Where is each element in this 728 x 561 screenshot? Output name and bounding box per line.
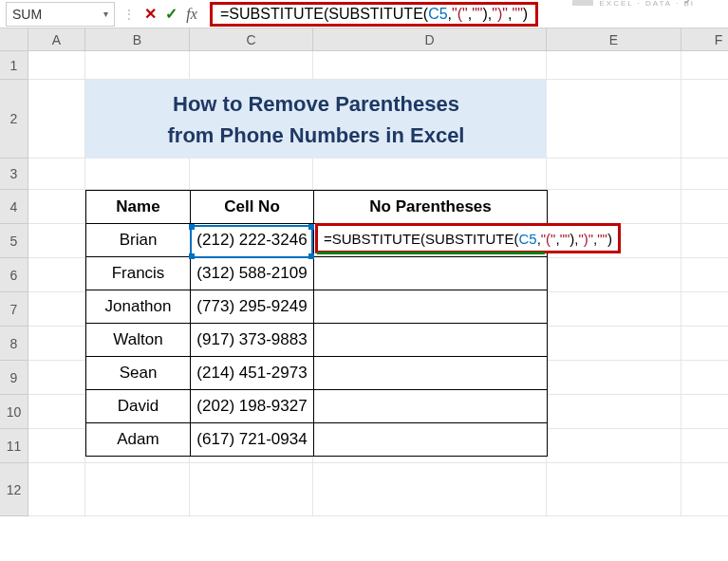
table-cell[interactable]: (917) 373-9883 — [191, 324, 314, 357]
cell[interactable] — [28, 190, 85, 224]
cell[interactable] — [681, 224, 728, 258]
cell[interactable] — [313, 80, 547, 159]
cell[interactable] — [313, 159, 547, 190]
table-cell[interactable]: Sean — [86, 357, 191, 390]
row-header[interactable]: 10 — [0, 395, 28, 429]
cell[interactable] — [681, 190, 728, 224]
cell[interactable] — [190, 463, 313, 516]
table-cell[interactable]: Francis — [86, 257, 191, 290]
cell[interactable] — [547, 258, 681, 292]
cell[interactable] — [28, 51, 85, 80]
row-header[interactable]: 12 — [0, 463, 28, 516]
cell[interactable] — [547, 429, 681, 463]
cell[interactable] — [681, 361, 728, 395]
cell[interactable] — [681, 292, 728, 327]
cell[interactable] — [28, 80, 85, 159]
row-header[interactable]: 11 — [0, 429, 28, 463]
table-cell[interactable] — [314, 290, 548, 324]
select-all-corner[interactable] — [0, 28, 28, 51]
cell[interactable] — [681, 80, 728, 159]
row-header[interactable]: 3 — [0, 159, 28, 190]
cell[interactable] — [85, 463, 190, 516]
cell[interactable] — [313, 463, 547, 516]
cell[interactable] — [28, 224, 85, 258]
table-cell[interactable]: (773) 295-9249 — [191, 290, 314, 324]
cell[interactable] — [547, 190, 681, 224]
watermark: exceldemy EXCEL · DATA · BI — [572, 0, 695, 8]
table-cell[interactable]: (202) 198-9327 — [191, 390, 314, 423]
cell[interactable] — [28, 292, 85, 327]
table-cell[interactable]: David — [86, 390, 191, 423]
cell[interactable] — [85, 159, 190, 190]
table-cell[interactable] — [314, 257, 548, 290]
column-header[interactable]: D — [313, 28, 547, 51]
cell[interactable] — [28, 361, 85, 395]
row-header[interactable]: 4 — [0, 190, 28, 224]
column-header[interactable]: B — [85, 28, 190, 51]
table-cell[interactable]: Walton — [86, 324, 191, 357]
column-header[interactable]: A — [28, 28, 85, 51]
row-header[interactable]: 7 — [0, 292, 28, 327]
row-header[interactable]: 5 — [0, 224, 28, 258]
cell[interactable] — [28, 463, 85, 516]
cell[interactable] — [28, 159, 85, 190]
table-header[interactable]: No Parentheses — [314, 191, 548, 224]
cancel-icon[interactable]: ✕ — [140, 5, 160, 23]
logo-icon — [572, 0, 593, 6]
table-cell[interactable]: (214) 451-2973 — [191, 357, 314, 390]
fx-icon[interactable]: fx — [181, 6, 202, 23]
table-cell[interactable] — [314, 357, 548, 390]
cell[interactable] — [85, 51, 190, 80]
cell[interactable] — [547, 361, 681, 395]
table-cell[interactable]: Brian — [86, 224, 191, 257]
cell[interactable] — [313, 51, 547, 80]
chevron-down-icon[interactable]: ▾ — [103, 9, 108, 19]
cell[interactable] — [547, 159, 681, 190]
formula-input[interactable]: =SUBSTITUTE(SUBSTITUTE(C5,"(",""),")",""… — [210, 2, 538, 27]
table-cell[interactable]: (212) 222-3246 — [191, 224, 314, 257]
cell[interactable] — [547, 51, 681, 80]
table-header[interactable]: Cell No — [191, 191, 314, 224]
row-header[interactable]: 9 — [0, 361, 28, 395]
cell[interactable] — [547, 327, 681, 361]
cell[interactable] — [681, 51, 728, 80]
cell[interactable] — [681, 327, 728, 361]
active-cell-formula[interactable]: =SUBSTITUTE(SUBSTITUTE(C5,"(",""),")",""… — [315, 223, 621, 253]
cell[interactable] — [28, 395, 85, 429]
cell[interactable] — [681, 429, 728, 463]
formula-token: ) — [607, 231, 612, 247]
edit-underline — [317, 252, 545, 254]
table-cell[interactable]: Adam — [86, 423, 191, 457]
column-header[interactable]: E — [547, 28, 681, 51]
table-cell[interactable] — [314, 324, 548, 357]
cell[interactable] — [681, 258, 728, 292]
cell[interactable] — [28, 327, 85, 361]
row-header[interactable]: 8 — [0, 327, 28, 361]
row-header[interactable]: 6 — [0, 258, 28, 292]
cell[interactable] — [547, 80, 681, 159]
cell[interactable] — [190, 159, 313, 190]
table-cell[interactable]: (312) 588-2109 — [191, 257, 314, 290]
table-cell[interactable] — [314, 390, 548, 423]
name-box[interactable]: SUM ▾ — [6, 2, 115, 27]
column-header[interactable]: F — [681, 28, 728, 51]
cell[interactable] — [681, 395, 728, 429]
cell[interactable] — [85, 80, 190, 159]
cell[interactable] — [190, 80, 313, 159]
accept-icon[interactable]: ✓ — [160, 5, 181, 23]
cell[interactable] — [681, 463, 728, 516]
table-header[interactable]: Name — [86, 191, 191, 224]
table-cell[interactable]: (617) 721-0934 — [191, 423, 314, 457]
row-header[interactable]: 2 — [0, 80, 28, 159]
cell[interactable] — [28, 429, 85, 463]
cell[interactable] — [190, 51, 313, 80]
row-header[interactable]: 1 — [0, 51, 28, 80]
column-header[interactable]: C — [190, 28, 313, 51]
cell[interactable] — [547, 463, 681, 516]
cell[interactable] — [681, 159, 728, 190]
cell[interactable] — [547, 292, 681, 327]
table-cell[interactable] — [314, 423, 548, 457]
cell[interactable] — [547, 395, 681, 429]
table-cell[interactable]: Jonathon — [86, 290, 191, 324]
cell[interactable] — [28, 258, 85, 292]
